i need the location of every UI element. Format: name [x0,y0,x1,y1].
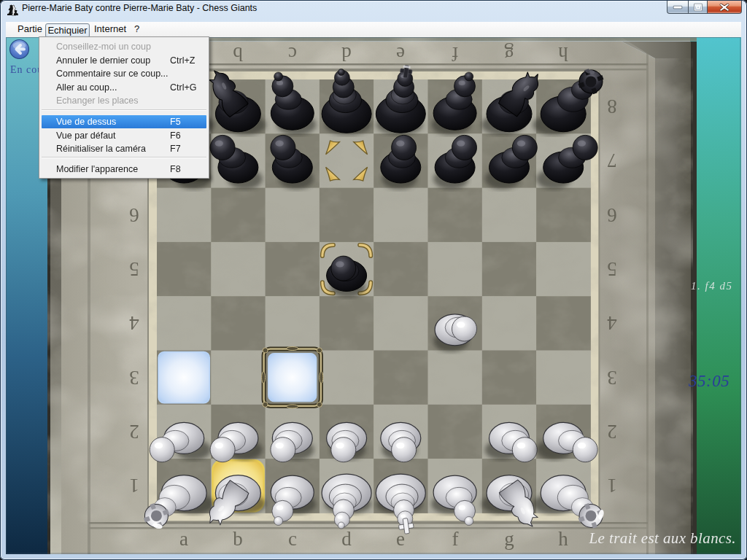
svg-text:e: e [396,528,405,550]
svg-text:6: 6 [607,204,617,226]
svg-text:1. f4 d5: 1. f4 d5 [691,280,732,292]
svg-text:5: 5 [607,258,617,280]
svg-text:Le trait est aux blancs.: Le trait est aux blancs. [588,529,736,547]
svg-text:1: 1 [607,475,617,497]
svg-text:f: f [452,43,459,65]
svg-text:c: c [288,528,297,550]
svg-text:e: e [396,43,405,65]
svg-text:h: h [558,528,568,550]
svg-text:b: b [233,528,243,550]
svg-text:h: h [558,43,568,65]
svg-text:a: a [179,528,188,550]
svg-text:8: 8 [607,96,617,117]
svg-text:c: c [288,43,297,65]
svg-text:35:05: 35:05 [688,372,729,390]
svg-text:g: g [504,528,514,550]
svg-text:3: 3 [129,367,139,389]
svg-text:5: 5 [129,258,139,280]
svg-text:d: d [341,528,352,550]
svg-text:1: 1 [129,475,139,497]
svg-text:d: d [341,43,352,65]
svg-text:2: 2 [607,421,617,443]
svg-text:b: b [233,43,243,65]
svg-text:7: 7 [607,149,617,171]
svg-text:g: g [504,43,514,65]
svg-text:4: 4 [607,312,617,334]
svg-text:6: 6 [129,204,139,226]
svg-text:3: 3 [607,367,617,389]
svg-text:2: 2 [129,421,139,443]
svg-text:f: f [452,528,459,550]
svg-text:4: 4 [129,312,139,334]
